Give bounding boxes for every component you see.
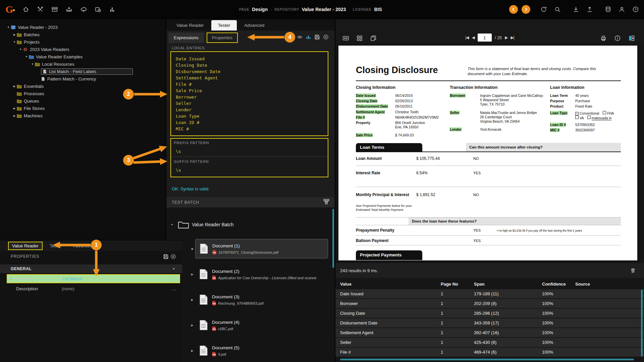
archive-box-icon[interactable] <box>50 4 60 14</box>
info-icon[interactable] <box>612 33 623 43</box>
entry-line[interactable]: File # <box>176 81 328 87</box>
subtab-properties[interactable]: Properties <box>207 33 238 43</box>
copy-pages-icon[interactable] <box>368 33 378 43</box>
app-logo[interactable]: G <box>0 4 19 15</box>
entry-line[interactable]: MIC # <box>176 126 328 132</box>
tab-advanced[interactable]: Advanced <box>239 20 270 31</box>
last-page-icon[interactable]: ▶| <box>511 35 514 40</box>
tab-tester[interactable]: Tester <box>211 20 237 31</box>
tree-item-essentials[interactable]: ▶Essentials <box>0 82 166 90</box>
tree-item-list-match-field-labels[interactable]: List Match - Field Labels <box>0 68 166 75</box>
licensee-value[interactable]: BIS <box>374 7 382 12</box>
property-value[interactable]: List Match <box>62 276 170 281</box>
document-preview[interactable]: Closing Disclosure This form is a statem… <box>338 46 637 260</box>
table-row[interactable]: Seller1425-430 (6)100% <box>335 338 644 348</box>
help-icon[interactable]: ? <box>631 4 641 14</box>
general-section-header[interactable]: GENERAL ▼ <box>0 264 182 273</box>
document-item-4[interactable]: ▶ Document (4) PDFc5BC.pdf <box>195 315 328 335</box>
tools-icon[interactable] <box>35 4 45 14</box>
chevron-down-icon[interactable]: ▼ <box>172 267 175 270</box>
repository-value[interactable]: Value Reader - 2023 <box>302 7 346 12</box>
table-row[interactable]: Borrower1202-209 (8)100% <box>335 299 644 309</box>
page-number-input[interactable] <box>478 34 492 42</box>
horizontal-scrollbar[interactable] <box>340 359 634 360</box>
print-icon[interactable] <box>598 33 608 43</box>
document-item-3[interactable]: ▶ Document (3) PDFRechnung_9764889953.pd… <box>195 290 328 309</box>
expander-icon[interactable]: ▶ <box>190 298 195 301</box>
home-icon[interactable] <box>21 4 31 14</box>
fit-width-icon[interactable] <box>341 33 351 43</box>
entry-line[interactable]: Loan Type <box>176 113 328 119</box>
tree-item-machines[interactable]: ▶Machines <box>0 112 166 119</box>
tree-item-2023-value-readers[interactable]: ▼2023 Value Readers <box>0 46 166 53</box>
refresh-icon[interactable] <box>539 4 549 14</box>
selected-tree-item[interactable]: List Match - Field Labels <box>41 68 133 75</box>
tab-advanced[interactable]: Advanced <box>69 242 97 250</box>
entry-line[interactable]: Borrower <box>176 94 328 100</box>
expander-icon[interactable]: ▶ <box>12 114 17 117</box>
entry-line[interactable]: Closing Date <box>176 62 328 68</box>
entry-line[interactable]: Disbursement Date <box>176 68 328 75</box>
expander-icon[interactable]: ▶ <box>190 349 195 352</box>
cloud-upload-icon[interactable] <box>78 4 89 14</box>
tree-item-batches[interactable]: ▶Batches <box>0 31 166 38</box>
column-header-value[interactable]: Value <box>340 282 441 287</box>
expander-icon[interactable]: ▶ <box>12 107 17 110</box>
column-header-page-no[interactable]: Page No <box>441 282 474 287</box>
property-row-extractor[interactable]: ▶ Extractor List Match ... <box>7 274 180 283</box>
entry-line[interactable]: Date Issued <box>176 56 328 62</box>
expander-icon[interactable]: ▼ <box>6 26 11 29</box>
upload-icon[interactable] <box>585 4 595 14</box>
cancel-icon[interactable] <box>323 34 329 41</box>
clear-results-icon[interactable] <box>628 265 638 276</box>
property-value[interactable]: (none) <box>62 286 171 291</box>
entry-line[interactable]: Loan ID # <box>176 119 328 126</box>
column-header-source[interactable]: Source <box>575 282 644 287</box>
previous-page-icon[interactable]: ◀ <box>472 35 474 40</box>
expander-icon[interactable]: ▶ <box>190 273 195 276</box>
document-item-1[interactable]: ▶ Document (1) PDF1674076971_ClosingDisc… <box>195 239 328 258</box>
vertical-scrollbar[interactable] <box>641 290 643 357</box>
next-page-icon[interactable]: ▶ <box>505 35 507 40</box>
entry-line[interactable]: Seller <box>176 100 328 107</box>
local-entries-editor[interactable]: Date Issued Closing Date Disbursement Da… <box>170 51 328 136</box>
batch-hierarchy-icon[interactable] <box>323 199 329 206</box>
table-row[interactable]: Closing Date1285-296 (12)100% <box>335 309 644 318</box>
property-row-description[interactable]: Description (none) ... <box>7 284 180 293</box>
tab-value-reader[interactable]: Value Reader <box>8 242 43 250</box>
expander-icon[interactable]: ▶ <box>190 324 195 327</box>
entry-line[interactable]: Sale Price <box>176 87 328 94</box>
first-page-icon[interactable]: |◀ <box>465 35 469 40</box>
column-header-span[interactable]: Span <box>474 282 542 287</box>
tab-value-reader[interactable]: Value Reader <box>171 20 209 31</box>
tree-item-local-resources[interactable]: ▼Local Resources <box>0 60 166 68</box>
tree-item-value-reader-examples[interactable]: ▼Value Reader Examples <box>0 53 166 60</box>
chart-icon[interactable] <box>306 34 311 41</box>
thumbnail-grid-icon[interactable] <box>355 33 365 43</box>
expander-icon[interactable]: ▶ <box>12 85 17 88</box>
save-icon[interactable] <box>162 253 169 260</box>
forward-button[interactable] <box>522 5 530 14</box>
table-row[interactable]: Disbursement Date1343-359 (17)100% <box>335 318 644 328</box>
save-icon[interactable] <box>314 34 320 41</box>
cancel-icon[interactable] <box>169 253 177 260</box>
suffix-pattern-input[interactable]: \s <box>176 168 181 173</box>
table-row[interactable]: Settlement Agent1392-407 (16)100% <box>335 328 644 338</box>
back-button[interactable] <box>509 5 518 14</box>
more-button[interactable]: ... <box>171 286 177 291</box>
download-icon[interactable] <box>571 4 581 14</box>
user-account-icon[interactable] <box>617 4 627 14</box>
more-button[interactable]: ... <box>170 276 177 281</box>
expander-icon[interactable]: ▶ <box>12 33 17 36</box>
layout-columns-icon[interactable] <box>627 33 637 43</box>
search-icon[interactable] <box>552 4 562 14</box>
expander-icon[interactable]: ▼ <box>170 223 174 226</box>
tree-item-projects[interactable]: ▼Projects <box>0 38 166 46</box>
tree-item-file-stores[interactable]: ▶File Stores <box>0 105 166 112</box>
tab-tester[interactable]: Tester <box>46 242 66 250</box>
entry-line[interactable]: Lender <box>176 107 328 113</box>
database-icon[interactable] <box>603 4 613 14</box>
import-box-icon[interactable] <box>64 4 74 14</box>
expander-icon[interactable]: ▶ <box>10 277 17 280</box>
table-row[interactable]: File #1469-474 (6)100% <box>335 348 644 357</box>
